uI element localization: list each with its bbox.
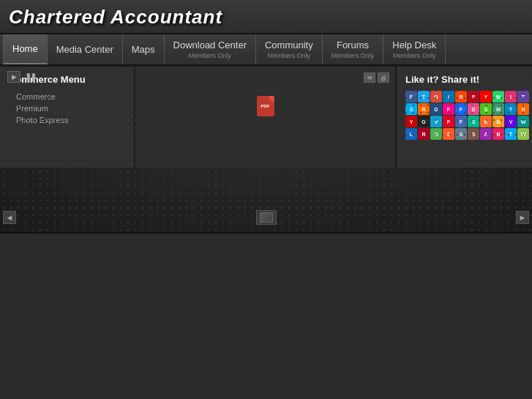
print-icon[interactable]: 🖨 (378, 72, 389, 83)
slideshow-top-controls: ▶ ❚❚ (7, 71, 35, 83)
slide-thumb-inner (260, 212, 273, 223)
slide-thumbnail[interactable] (256, 210, 277, 225)
social-icon-fb[interactable]: F (455, 103, 467, 115)
nav-item-forums[interactable]: ForumsMembers Only (323, 34, 384, 64)
commerce-menu-list: CommercePremiumPhoto Express (9, 91, 125, 126)
social-icon-di[interactable]: D (430, 103, 442, 115)
slide-play-icon[interactable]: ▶ (7, 71, 20, 83)
nav-sublabel: Members Only (331, 52, 375, 59)
site-title: Chartered Accountant (9, 6, 523, 29)
center-panel: ✉ 🖨 (135, 67, 397, 168)
navigation-bar: HomeMedia CenterMapsDownload CenterMembe… (0, 34, 532, 65)
social-icons-grid: FTGIRPYWITSRDFFDSMTHYGVPFSEBVWLRGSSSABTW (405, 91, 523, 140)
social-icon-re[interactable]: R (418, 128, 430, 140)
bottom-section: Commerce Menu CommercePremiumPhoto Expre… (0, 65, 532, 168)
social-icon-rss[interactable]: R (418, 103, 430, 115)
social-icon-ha[interactable]: H (517, 103, 529, 115)
nav-sublabel: Members Only (268, 52, 311, 59)
nav-label: Media Center (56, 44, 113, 55)
social-icon-bl[interactable]: B (492, 128, 504, 140)
social-icon-tw[interactable]: T (505, 128, 517, 140)
social-icon-ev[interactable]: E (480, 116, 492, 127)
nav-label: Help Desk (392, 40, 436, 51)
social-icon-f[interactable]: F (405, 91, 417, 102)
social-icon-p[interactable]: P (468, 91, 479, 102)
social-icon-in[interactable]: I (443, 91, 454, 102)
social-icon-gh[interactable]: G (418, 116, 430, 127)
social-icon-pt[interactable]: P (443, 116, 454, 127)
social-icon-su[interactable]: S (443, 128, 454, 140)
nav-item-media-center[interactable]: Media Center (48, 34, 123, 64)
share-panel-title: Like it? Share it! (405, 74, 523, 85)
social-icon-vm[interactable]: V (505, 116, 517, 127)
social-icon-dr[interactable]: D (468, 103, 479, 115)
social-icon-yt[interactable]: Y (480, 91, 492, 102)
social-icon-sl[interactable]: S (455, 128, 467, 140)
social-icon-wi[interactable]: W (517, 128, 529, 140)
social-icon-t[interactable]: T (418, 91, 430, 102)
social-icon-fm[interactable]: F (455, 116, 467, 127)
nav-sublabel: Members Only (189, 52, 232, 59)
social-icon-gr[interactable]: G (430, 128, 442, 140)
social-icon-vk[interactable]: V (430, 116, 442, 127)
commerce-menu-item[interactable]: Premium (9, 102, 125, 114)
slide-pause-icon[interactable]: ❚❚ (25, 72, 35, 82)
commerce-menu-item[interactable]: Photo Express (9, 114, 125, 126)
commerce-menu-item[interactable]: Commerce (9, 91, 125, 102)
panel-center-action-icons: ✉ 🖨 (364, 72, 389, 83)
social-icon-bm[interactable]: B (492, 116, 504, 127)
slideshow-nav: ◄ ► (0, 210, 532, 225)
social-icon-sp[interactable]: S (468, 116, 479, 127)
social-icon-r[interactable]: R (455, 91, 467, 102)
social-icon-me[interactable]: M (492, 103, 504, 115)
nav-label: Download Center (173, 40, 247, 51)
nav-label: Community (265, 40, 313, 51)
page-header: Chartered Accountant (0, 0, 532, 34)
nav-label: Forums (337, 40, 369, 51)
social-icon-sk[interactable]: S (405, 103, 417, 115)
pdf-download-icon[interactable] (257, 96, 274, 116)
social-icon-tg[interactable]: T (505, 103, 517, 115)
nav-item-maps[interactable]: Maps (123, 34, 165, 64)
social-icon-am[interactable]: A (480, 128, 492, 140)
social-icon-yo[interactable]: Y (405, 116, 417, 127)
social-icon-sp[interactable]: S (480, 103, 492, 115)
slide-prev-button[interactable]: ◄ (3, 211, 16, 224)
nav-item-download-center[interactable]: Download CenterMembers Only (165, 34, 256, 64)
social-icon-w[interactable]: W (492, 91, 504, 102)
social-icon-wz[interactable]: W (517, 116, 529, 127)
nav-label: Home (12, 43, 38, 54)
social-icon-tw[interactable]: T (517, 91, 529, 102)
nav-item-help-desk[interactable]: Help DeskMembers Only (383, 34, 446, 64)
nav-sublabel: Members Only (393, 52, 436, 59)
social-icon-g[interactable]: G (430, 91, 442, 102)
nav-label: Maps (132, 44, 155, 55)
email-icon[interactable]: ✉ (364, 72, 375, 83)
social-icon-fl[interactable]: F (443, 103, 454, 115)
pdf-file-icon (257, 96, 274, 116)
share-panel: Like it? Share it! FTGIRPYWITSRDFFDSMTHY… (397, 67, 532, 168)
social-icon-li[interactable]: L (405, 128, 417, 140)
slideshow-area: ▶ ❚❚ ◄ ► Commerce Menu CommercePremiumPh… (0, 65, 532, 234)
slide-next-button[interactable]: ► (516, 211, 529, 224)
social-icon-so[interactable]: S (468, 128, 479, 140)
nav-item-community[interactable]: CommunityMembers Only (256, 34, 323, 64)
nav-item-home[interactable]: Home (3, 34, 48, 64)
social-icon-ig[interactable]: I (505, 91, 517, 102)
